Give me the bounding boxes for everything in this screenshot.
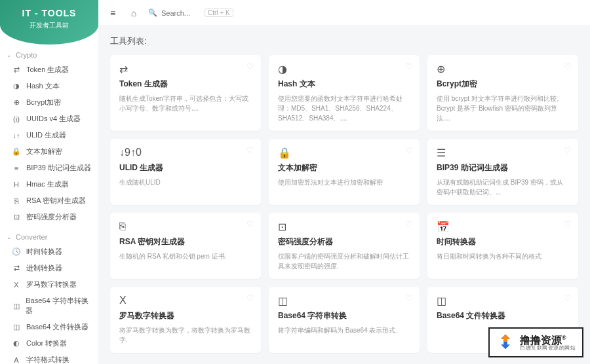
search-input[interactable]	[161, 9, 201, 17]
tool-card[interactable]: ♡↓9↑0ULID 生成器生成随机ULID	[110, 139, 261, 205]
search-shortcut: Ctrl + K	[205, 9, 233, 17]
favorite-icon[interactable]: ♡	[405, 145, 413, 155]
sidebar-item-label: Bcrypt加密	[26, 98, 61, 107]
tool-card[interactable]: ♡🔒文本加解密使用加密算法对文本进行加密和解密	[269, 139, 420, 205]
sidebar-item[interactable]: ◑Hash 文本	[0, 78, 98, 94]
card-title: Base64 文件转换器	[437, 310, 569, 321]
tool-card[interactable]: ♡📅时间转换器将日期和时间转换为各种不同的格式	[427, 213, 578, 279]
sidebar-item[interactable]: HHmac 生成器	[0, 176, 98, 192]
sidebar-item-icon: ◫	[12, 323, 21, 331]
sidebar-group-label: Converter	[16, 233, 47, 241]
menu-icon[interactable]: ≡	[106, 7, 119, 20]
favorite-icon[interactable]: ♡	[246, 62, 254, 71]
sidebar-item-label: 密码强度分析器	[26, 212, 77, 222]
watermark: 撸撸资源® 白嫖互联网资源的网站	[488, 327, 583, 357]
sidebar-item-icon: ⊡	[12, 213, 21, 221]
chevron-down-icon: ⌄	[7, 52, 12, 58]
favorite-icon[interactable]: ♡	[246, 293, 254, 303]
sidebar-item[interactable]: ⇄Token 生成器	[0, 62, 98, 78]
favorite-icon[interactable]: ♡	[246, 145, 254, 155]
sidebar-group-header[interactable]: ⌄Converter	[0, 230, 98, 244]
tool-card[interactable]: ♡◫Base64 字符串转换将字符串编码和解码为 Base64 表示形式.	[269, 287, 420, 353]
card-icon: ☰	[437, 147, 569, 158]
sidebar-item-icon: ◑	[12, 82, 21, 90]
favorite-icon[interactable]: ♡	[564, 219, 572, 229]
sidebar-item-label: 进制转换器	[26, 263, 62, 273]
sidebar-item[interactable]: X罗马数字转换器	[0, 276, 98, 293]
favorite-icon[interactable]: ♡	[405, 62, 413, 71]
card-description: 使用您需要的函数对文本字符串进行哈希处理：MD5、SHA1、SHA256、SHA…	[278, 94, 410, 123]
card-title: BIP39 助记词生成器	[437, 162, 569, 173]
tool-card[interactable]: ♡☰BIP39 助记词生成器从现有或随机助记词生成 BIP39 密码，或从密码中…	[427, 139, 578, 205]
main: ≡ ⌂ 🔍 Ctrl + K 工具列表: ♡⇄Token 生成器随机生成Toke…	[98, 0, 590, 364]
card-description: 生成随机ULID	[119, 177, 252, 187]
search[interactable]: 🔍 Ctrl + K	[148, 9, 233, 17]
sidebar-item[interactable]: ⎘RSA 密钥对生成器	[0, 192, 98, 209]
sidebar-item[interactable]: ⊡密码强度分析器	[0, 209, 98, 225]
card-title: RSA 密钥对生成器	[119, 236, 252, 247]
card-description: 随机生成Token字符串，可选择包含：大写或小写字母、数字和或符号....	[119, 94, 252, 113]
sidebar-item[interactable]: ◫Base64 文件转换器	[0, 319, 98, 335]
sidebar-item-icon: A	[12, 356, 21, 364]
card-description: 使用加密算法对文本进行加密和解密	[278, 177, 410, 187]
favorite-icon[interactable]: ♡	[564, 145, 572, 155]
card-title: Hash 文本	[278, 79, 410, 90]
tool-card[interactable]: ♡◑Hash 文本使用您需要的函数对文本字符串进行哈希处理：MD5、SHA1、S…	[269, 55, 420, 131]
search-icon: 🔍	[148, 9, 157, 17]
card-description: 将日期和时间转换为各种不同的格式	[437, 251, 569, 261]
sidebar-item[interactable]: ◫Base64 字符串转换器	[0, 293, 98, 319]
card-description: 从现有或随机助记词生成 BIP39 密码，或从密码中获取助记词。...	[437, 177, 569, 197]
sidebar-item-icon: ⎘	[12, 197, 21, 205]
sidebar-group-header[interactable]: ⌄Crypto	[0, 48, 98, 62]
card-title: Token 生成器	[119, 79, 252, 90]
tool-card[interactable]: ♡⊡密码强度分析器仅限客户端的密码强度分析和破解时间估计工具来发现密码的强度.	[269, 213, 420, 279]
logo: IT - TOOLS 开发者工具箱	[0, 0, 98, 45]
sidebar-item[interactable]: 🔒文本加解密	[0, 143, 98, 160]
sidebar-item-icon: ⇄	[12, 264, 21, 272]
sidebar-item-icon: H	[12, 181, 21, 189]
section-title: 工具列表:	[110, 35, 578, 47]
sidebar-item-label: Base64 文件转换器	[26, 322, 88, 332]
tool-card[interactable]: ♡X罗马数字转换器将罗马数字转换为数字，将数字转换为罗马数字.	[110, 287, 261, 353]
tool-card[interactable]: ♡⊕Bcrypt加密使用 bcrypt 对文本字符串进行散列和比较。Bcrypt…	[427, 55, 578, 131]
sidebar-item-icon: ⊕	[12, 98, 21, 107]
tool-card[interactable]: ♡⎘RSA 密钥对生成器生随机的 RSA 私钥和公钥 pem 证书.	[110, 213, 261, 279]
sidebar-item-icon: 🕓	[12, 247, 21, 256]
favorite-icon[interactable]: ♡	[405, 219, 413, 229]
card-title: 文本加解密	[278, 162, 410, 173]
sidebar-item[interactable]: A字符格式转换	[0, 352, 98, 364]
favorite-icon[interactable]: ♡	[564, 62, 572, 71]
card-description: 生随机的 RSA 私钥和公钥 pem 证书.	[119, 251, 252, 261]
card-icon: ⎘	[119, 221, 252, 232]
sidebar-item[interactable]: 🕓时间转换器	[0, 244, 98, 260]
sidebar-item[interactable]: (i)UUIDs v4 生成器	[0, 111, 98, 127]
sidebar-item-icon: ↓↑	[12, 132, 21, 139]
sidebar-item-label: Color 转换器	[26, 338, 67, 348]
chevron-down-icon: ⌄	[7, 234, 12, 240]
watermark-sub: 白嫖互联网资源的网站	[520, 346, 576, 352]
card-title: Base64 字符串转换	[278, 310, 410, 321]
sidebar-group-label: Crypto	[16, 51, 37, 59]
sidebar-item-label: RSA 密钥对生成器	[26, 196, 86, 206]
sidebar-item-icon: ≡	[12, 164, 21, 172]
tool-card[interactable]: ♡⇄Token 生成器随机生成Token字符串，可选择包含：大写或小写字母、数字…	[110, 55, 261, 131]
card-icon: ↓9↑0	[119, 147, 252, 158]
card-icon: 📅	[437, 221, 569, 232]
sidebar-item[interactable]: ◐Color 转换器	[0, 335, 98, 352]
sidebar-item[interactable]: ⇄进制转换器	[0, 260, 98, 276]
card-description: 将罗马数字转换为数字，将数字转换为罗马数字.	[119, 325, 252, 345]
sidebar-item[interactable]: ⊕Bcrypt加密	[0, 94, 98, 111]
home-icon[interactable]: ⌂	[127, 7, 140, 20]
favorite-icon[interactable]: ♡	[246, 219, 254, 229]
sidebar-item[interactable]: ≡BIP39 助记词生成器	[0, 160, 98, 176]
sidebar-item[interactable]: ↓↑ULID 生成器	[0, 127, 98, 143]
sidebar-item-icon: X	[12, 281, 21, 289]
sidebar-item-icon: ◫	[12, 302, 20, 310]
sidebar-item-label: 文本加解密	[26, 147, 62, 156]
card-description: 仅限客户端的密码强度分析和破解时间估计工具来发现密码的强度.	[278, 251, 410, 271]
card-icon: X	[119, 295, 252, 306]
favorite-icon[interactable]: ♡	[405, 293, 413, 303]
card-icon: ◫	[278, 295, 410, 306]
sidebar-item-label: Hmac 生成器	[26, 179, 69, 189]
favorite-icon[interactable]: ♡	[564, 293, 572, 303]
